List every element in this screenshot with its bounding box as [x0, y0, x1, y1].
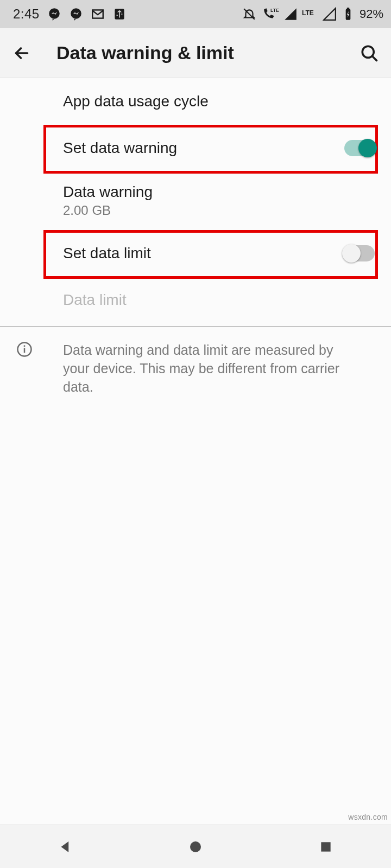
row-set-data-limit[interactable]: Set data limit [0, 230, 391, 277]
row-label: Data warning [63, 183, 153, 201]
nav-back-button[interactable] [49, 831, 81, 863]
nav-recent-button[interactable] [310, 831, 342, 863]
page-title: Data warning & limit [56, 42, 357, 63]
row-set-data-warning[interactable]: Set data warning [0, 125, 391, 171]
lte-label-icon: LTE [302, 7, 318, 21]
row-label: Set data warning [63, 139, 177, 157]
watermark-text: wsxdn.com [348, 813, 388, 821]
toggle-set-data-limit[interactable] [344, 245, 375, 261]
messenger-icon [47, 7, 61, 21]
battery-percent: 92% [360, 7, 383, 21]
toggle-set-data-warning[interactable] [344, 140, 375, 156]
messenger-icon [69, 7, 83, 21]
battery-charging-icon [341, 7, 355, 21]
volte-call-icon: LTE [261, 7, 279, 21]
dnd-off-icon [242, 7, 256, 21]
svg-point-11 [24, 345, 26, 347]
navigation-bar [0, 825, 391, 868]
svg-point-12 [190, 841, 201, 852]
gmail-icon [91, 7, 105, 21]
status-clock: 2:45 [13, 7, 40, 22]
row-label: App data usage cycle [63, 93, 209, 110]
info-text: Data warning and data limit are measured… [63, 341, 356, 396]
settings-list: App data usage cycle Set data warning Da… [0, 78, 391, 825]
status-bar: 2:45 LTE LTE 92% [0, 0, 391, 28]
row-app-data-usage-cycle[interactable]: App data usage cycle [0, 78, 391, 125]
status-right-icons: LTE LTE 92% [242, 7, 383, 21]
info-row: Data warning and data limit are measured… [0, 327, 391, 410]
app-bar: Data warning & limit [0, 28, 391, 78]
svg-rect-7 [347, 8, 349, 9]
signal-empty-icon [323, 7, 337, 21]
row-label: Set data limit [63, 245, 151, 262]
row-subtext: 2.00 GB [63, 203, 153, 218]
status-left-icons: 2:45 [13, 7, 127, 22]
nav-home-button[interactable] [179, 831, 212, 863]
search-button[interactable] [357, 41, 381, 65]
svg-text:LTE: LTE [270, 8, 279, 13]
usb-icon [112, 7, 127, 21]
signal-full-icon [283, 7, 298, 21]
back-button[interactable] [10, 41, 34, 65]
row-data-warning[interactable]: Data warning 2.00 GB [0, 171, 391, 230]
row-label: Data limit [63, 291, 127, 309]
svg-rect-13 [321, 842, 330, 851]
svg-text:LTE: LTE [302, 9, 314, 17]
info-icon [16, 341, 33, 358]
row-data-limit: Data limit [0, 277, 391, 323]
